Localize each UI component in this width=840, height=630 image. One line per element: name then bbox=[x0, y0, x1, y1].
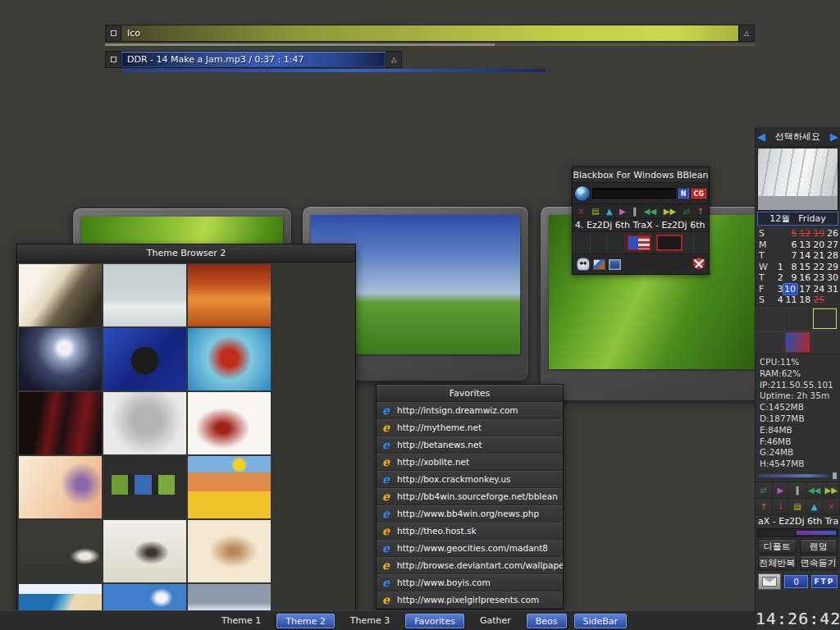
day-of-week-label: T bbox=[759, 272, 769, 284]
eject-icon[interactable]: ▲ bbox=[806, 499, 824, 514]
window-menu-button[interactable] bbox=[105, 25, 121, 42]
up-icon[interactable]: ↑ bbox=[756, 499, 773, 514]
play-icon[interactable]: ▶ bbox=[773, 482, 790, 498]
taskbar-button-favorites[interactable]: Favorites bbox=[405, 614, 464, 628]
taskbar-button-theme-3[interactable]: Theme 3 bbox=[342, 614, 398, 628]
random-button[interactable]: 랜덤 bbox=[800, 539, 838, 554]
favorites-menu-title[interactable]: Favorites bbox=[377, 385, 563, 402]
taskbar-button-gather[interactable]: Gather bbox=[472, 614, 519, 628]
wallpaper-thumbnail[interactable] bbox=[757, 148, 838, 211]
slider-knob[interactable] bbox=[832, 472, 838, 480]
favorites-item[interactable]: ehttp://bb4win.sourceforge.net/bblean bbox=[377, 488, 563, 505]
favorites-item[interactable]: ehttp://xoblite.net bbox=[377, 454, 563, 471]
taskbar-button-theme-1[interactable]: Theme 1 bbox=[213, 614, 269, 628]
theme-framed-photo[interactable] bbox=[103, 392, 186, 454]
shuffle-icon[interactable]: ⇄ bbox=[756, 482, 773, 498]
calendar-day-cell: 19 bbox=[810, 228, 824, 240]
flag-swatch-dark[interactable] bbox=[656, 235, 682, 251]
favorites-item[interactable]: ehttp://www.bb4win.org/news.php bbox=[377, 505, 563, 523]
theme-red-dress[interactable] bbox=[188, 392, 271, 454]
next-arrow-icon[interactable]: ▶ bbox=[830, 131, 838, 142]
paint-icon[interactable] bbox=[593, 259, 605, 270]
playlist-icon[interactable]: ▤ bbox=[789, 499, 806, 514]
theme-browser-titlebar[interactable]: Theme Browser 2 bbox=[17, 244, 355, 262]
ime-blue-badge[interactable]: N bbox=[678, 189, 689, 199]
mail-count-button[interactable]: 0 bbox=[784, 575, 807, 588]
blackbox-toolbar[interactable]: Blackbox For Windows BBlean N CG ×▤▲▶‖◀◀… bbox=[572, 167, 710, 275]
player-window-titlebar[interactable]: DDR - 14 Make a Jam.mp3 / 0:37 : 1:47 △ bbox=[105, 51, 402, 68]
forward-icon[interactable]: ▶▶ bbox=[664, 205, 676, 218]
taskbar-button-sidebar[interactable]: SideBar bbox=[574, 614, 628, 628]
mail-button[interactable] bbox=[758, 573, 781, 590]
theme-purple-anime[interactable] bbox=[19, 456, 102, 518]
ico-titlebar-body[interactable]: Ico bbox=[121, 25, 738, 42]
favorites-item[interactable]: ehttp://browse.deviantart.com/wallpaper bbox=[377, 557, 563, 574]
stat-line: H:4547MB bbox=[760, 459, 840, 470]
computer-icon[interactable] bbox=[609, 259, 621, 270]
calendar-day-cell: 8 bbox=[783, 262, 797, 273]
volume-bar[interactable] bbox=[757, 528, 838, 537]
toolbar-tray bbox=[573, 254, 709, 274]
shuffle-icon[interactable]: ⇄ bbox=[683, 205, 690, 218]
playlist-icon[interactable]: ▤ bbox=[591, 205, 599, 218]
favorites-item[interactable]: ehttp://www.boyis.com bbox=[377, 574, 563, 591]
theme-red-apple[interactable] bbox=[188, 328, 271, 390]
pause-icon[interactable]: ‖ bbox=[632, 205, 637, 218]
pause-icon[interactable]: ‖ bbox=[789, 482, 806, 498]
window-shade-button[interactable]: △ bbox=[386, 51, 402, 68]
workspace-pager[interactable] bbox=[756, 306, 840, 354]
shield-icon[interactable] bbox=[693, 258, 705, 271]
theme-anime-white[interactable] bbox=[19, 264, 102, 326]
theme-seagull[interactable] bbox=[103, 264, 186, 326]
play-icon[interactable]: ▶ bbox=[619, 205, 626, 218]
theme-ostrich-desert[interactable] bbox=[188, 456, 271, 518]
skull-icon[interactable] bbox=[577, 258, 590, 271]
theme-red-girls[interactable] bbox=[19, 392, 102, 454]
seek-slider[interactable] bbox=[757, 471, 838, 482]
theme-sword-girl[interactable] bbox=[19, 520, 102, 582]
favorites-item[interactable]: ehttp://mytheme.net bbox=[377, 419, 563, 436]
calendar-day-cell bbox=[769, 228, 783, 240]
favorites-item[interactable]: ehttp://intsign.dreamwiz.com bbox=[377, 402, 563, 419]
calendar-day-cell: 24 bbox=[810, 284, 824, 295]
favorites-item[interactable]: ehttp://betanews.net bbox=[377, 436, 563, 454]
rewind-icon[interactable]: ◀◀ bbox=[806, 482, 824, 498]
player-titlebar-body[interactable]: DDR - 14 Make a Jam.mp3 / 0:37 : 1:47 bbox=[121, 51, 386, 68]
default-button[interactable]: 디폴트 bbox=[758, 539, 797, 554]
internet-explorer-icon: e bbox=[381, 473, 391, 485]
theme-tan-sketch[interactable] bbox=[188, 520, 271, 582]
ftp-button[interactable]: FTP bbox=[811, 575, 838, 588]
taskbar-button-theme-2[interactable]: Theme 2 bbox=[276, 614, 334, 628]
favorites-item[interactable]: ehttp://www.pixelgirlpresents.com bbox=[377, 591, 563, 609]
continuous-play-button[interactable]: 연속듣기 bbox=[800, 555, 838, 570]
day-of-week-label: T bbox=[759, 250, 769, 262]
up-icon[interactable]: ↑ bbox=[697, 205, 704, 218]
forward-icon[interactable]: ▶▶ bbox=[823, 482, 840, 498]
ime-red-badge[interactable]: CG bbox=[692, 189, 706, 199]
flag-swatch-blue[interactable] bbox=[627, 235, 651, 251]
ico-window-titlebar[interactable]: Ico △ bbox=[105, 25, 755, 42]
workspace-color-swatch[interactable] bbox=[785, 331, 810, 353]
theme-sunset-lake[interactable] bbox=[188, 264, 271, 326]
calendar-day-cell bbox=[769, 250, 783, 262]
prev-arrow-icon[interactable]: ◀ bbox=[757, 131, 765, 142]
close-icon[interactable]: × bbox=[578, 205, 584, 218]
toolbar-input[interactable] bbox=[592, 188, 676, 199]
theme-chair-sketch[interactable] bbox=[103, 520, 186, 582]
theme-moon-silhouettes[interactable] bbox=[19, 328, 102, 390]
repeat-all-button[interactable]: 전체반복 bbox=[758, 555, 797, 570]
globe-icon[interactable] bbox=[575, 186, 590, 201]
window-menu-button[interactable] bbox=[105, 51, 121, 68]
active-workspace-cell[interactable] bbox=[813, 308, 837, 329]
theme-windows-blue[interactable] bbox=[103, 328, 186, 390]
window-shade-button[interactable]: △ bbox=[738, 25, 755, 42]
close-icon[interactable]: × bbox=[823, 499, 840, 514]
eject-icon[interactable]: ▲ bbox=[606, 205, 613, 218]
down-icon[interactable]: ↓ bbox=[773, 499, 790, 514]
theme-dark-screens[interactable] bbox=[103, 456, 186, 518]
favorites-item[interactable]: ehttp://theo.host.sk bbox=[377, 523, 563, 540]
taskbar-button-beos[interactable]: Beos bbox=[527, 614, 567, 628]
favorites-item[interactable]: ehttp://www.geocities.com/madant8 bbox=[377, 540, 563, 557]
rewind-icon[interactable]: ◀◀ bbox=[644, 205, 656, 218]
favorites-item[interactable]: ehttp://box.crackmonkey.us bbox=[377, 471, 563, 488]
